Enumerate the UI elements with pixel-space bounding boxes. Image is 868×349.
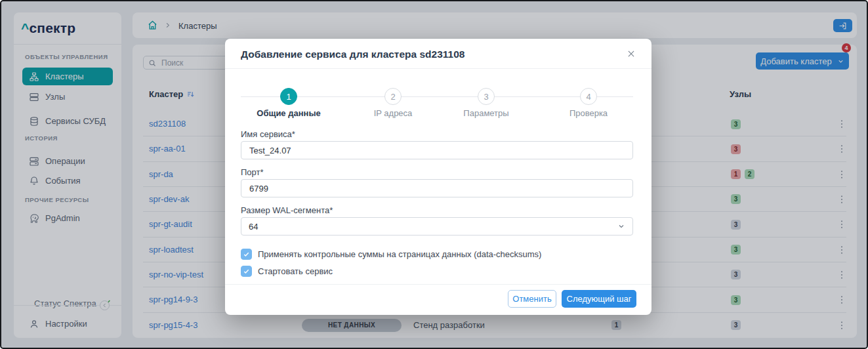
app-window: ^спектр ОБЪЕКТЫ УПРАВЛЕНИЯ Кластеры Узлы…	[0, 0, 868, 349]
step-2-circle[interactable]: 2	[384, 88, 402, 105]
wal-segment-label: Размер WAL-сегмента*	[241, 205, 333, 215]
wal-segment-select[interactable]: 64	[241, 217, 633, 236]
add-service-modal: Добавление сервиса для кластера sd231108…	[225, 39, 651, 315]
service-name-label: Имя сервиса*	[241, 129, 295, 139]
chevron-down-icon	[617, 222, 625, 230]
divider	[225, 284, 651, 285]
start-service-checkbox-row[interactable]: Стартовать сервис	[241, 266, 333, 277]
divider	[225, 68, 651, 69]
checkbox-icon[interactable]	[241, 249, 252, 260]
checksums-checkbox-row[interactable]: Применять контрольные суммы на страницах…	[241, 249, 541, 260]
close-icon	[627, 49, 636, 58]
step-1-label: Общие данные	[243, 108, 335, 118]
checkbox-label: Применять контрольные суммы на страницах…	[258, 249, 541, 259]
service-name-input[interactable]	[241, 146, 632, 155]
step-3-circle[interactable]: 3	[478, 88, 495, 105]
wal-segment-value: 64	[249, 222, 258, 232]
step-4-label: Проверка	[543, 108, 634, 118]
cancel-button[interactable]: Отменить	[508, 290, 556, 308]
port-input[interactable]	[241, 184, 632, 194]
step-4-circle[interactable]: 4	[580, 88, 597, 105]
close-button[interactable]	[624, 47, 638, 61]
next-step-button[interactable]: Следующий шаг	[562, 290, 636, 308]
step-3-label: Параметры	[440, 108, 532, 118]
step-2-label: IP адреса	[347, 108, 439, 118]
port-label: Порт*	[241, 167, 264, 177]
modal-title: Добавление сервиса для кластера sd231108	[241, 49, 465, 60]
port-field	[241, 179, 633, 197]
step-1-circle[interactable]: 1	[280, 88, 297, 105]
service-name-field	[241, 141, 633, 159]
stepper-line	[241, 96, 633, 97]
checkbox-label: Стартовать сервис	[258, 266, 333, 276]
checkbox-icon[interactable]	[241, 266, 252, 277]
